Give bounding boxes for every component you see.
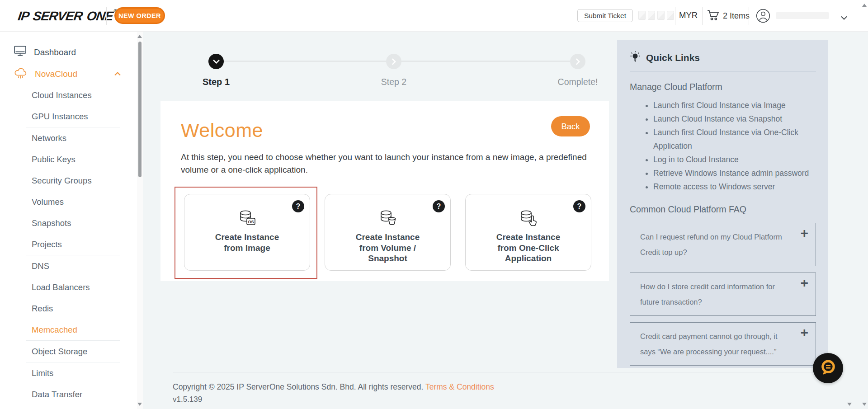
create-from-one-click-card[interactable]: ? Create Instance from One-Click Applica… bbox=[465, 194, 591, 271]
image-os-icon: OS bbox=[237, 210, 257, 228]
faq-item[interactable]: Can I request refund on my Cloud Platfor… bbox=[630, 223, 816, 266]
sidebar-item-novacloud[interactable]: NovaCloud bbox=[0, 63, 137, 85]
cart-button[interactable]: 2 Items bbox=[707, 9, 750, 23]
sidebar-item-volumes[interactable]: Volumes bbox=[0, 191, 137, 212]
chevron-down-icon[interactable] bbox=[841, 14, 847, 22]
header-divider bbox=[635, 7, 635, 25]
broken-image-icon bbox=[667, 11, 674, 20]
cart-icon bbox=[707, 9, 720, 23]
expand-icon[interactable]: + bbox=[800, 275, 808, 291]
content-scroll-down-arrow[interactable] bbox=[847, 403, 852, 406]
username-placeholder bbox=[776, 12, 829, 19]
footer-copyright: Copyright © 2025 IP ServerOne Solutions … bbox=[173, 382, 494, 392]
sidebar-item-redis[interactable]: Redis bbox=[0, 298, 137, 319]
panel-divider bbox=[630, 71, 816, 72]
sidebar-scrollbar[interactable] bbox=[137, 32, 143, 409]
quick-link[interactable]: Launch Cloud Instance via Snapshot bbox=[653, 112, 816, 126]
header-divider bbox=[749, 7, 749, 25]
sidebar-item-snapshots[interactable]: Snapshots bbox=[0, 212, 137, 234]
sidebar-item-gpu-instances[interactable]: GPU Instances bbox=[0, 106, 137, 127]
quick-link[interactable]: Remote access to Windows server bbox=[653, 180, 816, 193]
card-label: Create Instance from One-Click Applicati… bbox=[486, 232, 570, 264]
chat-bubble-icon bbox=[819, 358, 837, 378]
currency-selector[interactable]: MYR bbox=[679, 10, 698, 20]
faq-heading: Common Cloud Platform FAQ bbox=[630, 204, 816, 215]
svg-text:OS: OS bbox=[248, 220, 254, 224]
faq-item[interactable]: Credit card payment cannot go through, i… bbox=[630, 322, 816, 366]
step-2-label: Step 2 bbox=[349, 77, 439, 87]
expand-icon[interactable]: + bbox=[800, 325, 808, 340]
quick-links-list: Launch first Cloud Instance via Image La… bbox=[630, 99, 816, 193]
expand-icon[interactable]: + bbox=[800, 226, 808, 241]
broken-image-icon bbox=[638, 11, 646, 20]
user-menu-button[interactable] bbox=[756, 9, 770, 25]
scroll-up-arrow[interactable] bbox=[137, 35, 142, 38]
stepper-line bbox=[401, 61, 570, 62]
help-icon[interactable]: ? bbox=[433, 200, 445, 212]
sidebar-item-cloud-instances[interactable]: Cloud Instances bbox=[0, 85, 137, 106]
sidebar-item-data-transfer[interactable]: Data Transfer bbox=[0, 384, 137, 405]
chevron-up-icon[interactable] bbox=[114, 72, 121, 76]
one-click-app-icon bbox=[519, 210, 538, 228]
sidebar-item-memcached[interactable]: Memcached bbox=[0, 319, 137, 340]
footer-version: v1.5.139 bbox=[173, 395, 202, 404]
sidebar-item-label: NovaCloud bbox=[35, 69, 77, 79]
sidebar-item-projects[interactable]: Projects bbox=[0, 234, 137, 255]
scroll-down-arrow[interactable] bbox=[137, 403, 142, 406]
quick-links-title: Quick Links bbox=[646, 52, 700, 63]
scrollbar-thumb[interactable] bbox=[138, 42, 142, 177]
cloud-icon bbox=[14, 67, 27, 81]
new-order-button[interactable]: NEW ORDER bbox=[114, 7, 165, 24]
faq-item[interactable]: How do I store credit card information f… bbox=[630, 273, 816, 316]
app-root: IP SERVER ONE® NEW ORDER Submit Ticket M… bbox=[0, 0, 868, 409]
header-divider bbox=[675, 7, 675, 25]
sidebar-item-label: Dashboard bbox=[34, 47, 76, 57]
step-description: At this step, you need to choose whether… bbox=[181, 151, 608, 176]
page-scroll-up-arrow[interactable] bbox=[862, 4, 867, 7]
faq-question: Can I request refund on my Cloud Platfor… bbox=[640, 229, 791, 260]
sidebar-item-dns[interactable]: DNS bbox=[0, 255, 137, 277]
header-divider bbox=[106, 7, 107, 25]
help-icon[interactable]: ? bbox=[573, 200, 585, 212]
cart-count: 2 Items bbox=[723, 11, 750, 21]
submit-ticket-button[interactable]: Submit Ticket bbox=[577, 9, 633, 22]
quick-link[interactable]: Launch first Cloud Instance via One-Clic… bbox=[653, 126, 816, 153]
user-icon bbox=[756, 17, 770, 24]
broken-image-icon bbox=[657, 11, 665, 20]
broken-image-icon bbox=[648, 11, 655, 20]
step-2-indicator bbox=[386, 54, 401, 69]
page-scroll-down-arrow[interactable] bbox=[862, 403, 867, 406]
sidebar-item-public-keys[interactable]: Public Keys bbox=[0, 149, 137, 170]
sidebar: Dashboard NovaCloud Cloud Instances GPU … bbox=[0, 32, 137, 409]
create-from-volume-card[interactable]: ? Create Instance from Volume / Snapshot bbox=[325, 194, 451, 271]
quick-link[interactable]: Launch first Cloud Instance via Image bbox=[653, 99, 816, 112]
help-icon[interactable]: ? bbox=[292, 200, 304, 212]
monitor-icon bbox=[14, 46, 26, 59]
lightbulb-icon bbox=[630, 51, 641, 65]
manage-cloud-platform-heading: Manage Cloud Platform bbox=[630, 82, 816, 92]
create-from-image-card[interactable]: ? OS Create Instance from Image bbox=[184, 194, 310, 271]
back-button[interactable]: Back bbox=[551, 116, 590, 136]
sidebar-item-load-balancers[interactable]: Load Balancers bbox=[0, 277, 137, 298]
step-1-label: Step 1 bbox=[171, 77, 261, 87]
header-divider bbox=[702, 7, 703, 25]
welcome-panel: Welcome Back At this step, you need to c… bbox=[160, 101, 609, 281]
sidebar-item-object-storage[interactable]: Object Storage bbox=[0, 341, 137, 362]
footer-divider bbox=[173, 372, 828, 372]
quick-links-panel: Quick Links Manage Cloud Platform Launch… bbox=[617, 40, 828, 368]
sidebar-item-limits[interactable]: Limits bbox=[0, 362, 137, 384]
page-title: Welcome bbox=[181, 119, 263, 141]
sidebar-item-networks[interactable]: Networks bbox=[0, 127, 137, 149]
volume-snapshot-icon bbox=[378, 210, 398, 228]
faq-question: How do I store credit card information f… bbox=[640, 279, 791, 310]
quick-links-header: Quick Links bbox=[630, 51, 816, 65]
quick-link[interactable]: Retrieve Windows Instance admin password bbox=[653, 166, 816, 180]
sidebar-item-security-groups[interactable]: Security Groups bbox=[0, 170, 137, 191]
live-chat-button[interactable] bbox=[813, 353, 843, 383]
card-label: Create Instance from Volume / Snapshot bbox=[346, 232, 429, 264]
faq-question: Credit card payment cannot go through, i… bbox=[640, 329, 791, 359]
terms-conditions-link[interactable]: Terms & Conditions bbox=[425, 382, 494, 391]
ipserverone-logo[interactable]: IP SERVER ONE® bbox=[17, 8, 118, 24]
sidebar-item-dashboard[interactable]: Dashboard bbox=[0, 42, 137, 63]
quick-link[interactable]: Log in to Cloud Instance bbox=[653, 153, 816, 166]
